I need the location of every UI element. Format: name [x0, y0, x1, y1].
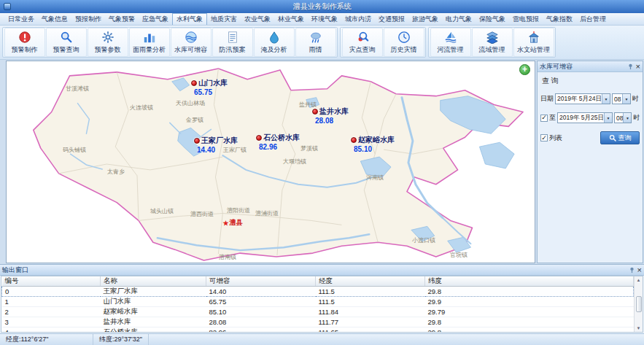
- pin-icon[interactable]: [629, 267, 635, 274]
- menu-tab-气象指数[interactable]: 气象指数: [543, 13, 576, 25]
- reservoir-capacity-value: 85.10: [354, 145, 395, 153]
- town-label: 澧南镇: [219, 253, 236, 261]
- reservoir-dot-icon: [256, 135, 262, 141]
- toolbar-button-reservoir-capacity[interactable]: 水库可增容: [171, 28, 212, 57]
- menu-tab-水利气象[interactable]: 水利气象: [172, 13, 207, 25]
- menu-tab-保险气象[interactable]: 保险气象: [476, 13, 509, 25]
- reservoir-query-panel: 水库可增容 × 查 询 日期 2019年 5月24日 ▼ 08 ▼: [537, 61, 643, 263]
- output-table-container: 编号名称可增容经度纬度 0王家厂水库14.40111.529.81山门水库65.…: [1, 276, 643, 333]
- toolbar-button-label: 河流管理: [438, 45, 464, 55]
- map-add-button[interactable]: +: [519, 64, 530, 75]
- table-cell: 石公桥水库: [101, 327, 206, 333]
- town-label: 码头铺镇: [63, 146, 86, 154]
- app-window: 澧县业务制作系统 日常业务气象信息预报制作气象预警应急气象水利气象地质灾害农业气…: [0, 0, 644, 345]
- toolbar-group: 河流管理流域管理水文站管理: [428, 27, 556, 58]
- scroll-up-icon[interactable]: ▲: [637, 277, 641, 283]
- reservoir-marker-石公桥水库[interactable]: 石公桥水库82.96: [256, 133, 300, 151]
- chevron-down-icon[interactable]: ▼: [602, 94, 610, 104]
- search-icon: [609, 134, 616, 142]
- start-date-picker[interactable]: 2019年 5月24日 ▼: [555, 93, 610, 104]
- table-cell: 85.10: [206, 307, 316, 317]
- town-label: 涔南镇: [366, 174, 384, 182]
- menu-tab-雷电预报[interactable]: 雷电预报: [509, 13, 543, 25]
- pin-icon[interactable]: [627, 63, 634, 70]
- menu-tab-日常业务[interactable]: 日常业务: [4, 13, 38, 25]
- reservoir-marker-王家厂水库[interactable]: 王家厂水库14.40: [194, 136, 238, 154]
- column-header-编号[interactable]: 编号: [2, 276, 101, 287]
- start-date-value: 2019年 5月24日: [557, 95, 602, 104]
- menu-tab-电力气象[interactable]: 电力气象: [442, 13, 476, 25]
- toolbar-button-river-manage[interactable]: 河流管理: [430, 28, 471, 57]
- status-longitude: 经度:112°6'27": [0, 334, 93, 345]
- chevron-down-icon[interactable]: ▼: [623, 113, 631, 123]
- menu-tab-环境气象[interactable]: 环境气象: [308, 13, 341, 25]
- reservoir-marker-赵家峪水库[interactable]: 赵家峪水库85.10: [351, 135, 395, 153]
- status-latitude: 纬度:29°37'32": [93, 334, 149, 345]
- toolbar: 预警制作预警查询预警参数面雨量分析水库可增容防汛预案淹及分析雨情灾点查询历史灾情…: [0, 26, 644, 60]
- toolbar-button-inundation-analysis[interactable]: 淹及分析: [254, 28, 295, 57]
- menu-tab-地质灾害[interactable]: 地质灾害: [207, 13, 241, 25]
- table-row[interactable]: 4石公桥水库82.96111.6529.8: [2, 327, 634, 333]
- toolbar-button-label: 水库可增容: [174, 45, 207, 55]
- scroll-down-icon[interactable]: ▼: [637, 325, 641, 331]
- menu-tab-气象信息[interactable]: 气象信息: [38, 13, 71, 25]
- toolbar-button-alert-params[interactable]: 预警参数: [88, 28, 128, 57]
- chevron-down-icon[interactable]: ▼: [604, 113, 612, 123]
- table-row[interactable]: 0王家厂水库14.40111.529.8: [2, 287, 634, 297]
- inundation-analysis-icon: [268, 31, 281, 44]
- toolbar-button-label: 灾点查询: [349, 45, 376, 55]
- menu-tab-城市内涝[interactable]: 城市内涝: [341, 13, 375, 25]
- map-area[interactable]: 甘溪滩镇火连坡镇天供山林场金罗镇盐井镇码头铺镇太青乡王家厂镇梦溪镇大堰垱镇涔南镇…: [6, 61, 535, 263]
- titlebar: 澧县业务制作系统: [0, 0, 644, 13]
- scroll-thumb[interactable]: [636, 296, 642, 312]
- date-label: 日期: [540, 94, 554, 104]
- column-header-名称[interactable]: 名称: [101, 276, 206, 287]
- toolbar-button-basin-manage[interactable]: 流域管理: [472, 28, 513, 57]
- table-row[interactable]: 2赵家峪水库85.10111.8429.79: [2, 307, 634, 317]
- table-cell: 28.08: [206, 317, 316, 327]
- list-checkbox[interactable]: ✓: [540, 134, 548, 142]
- menu-tab-旅游气象[interactable]: 旅游气象: [408, 13, 442, 25]
- menu-tab-预报制作[interactable]: 预报制作: [71, 13, 105, 25]
- end-date-checkbox[interactable]: ✓: [540, 115, 548, 122]
- toolbar-button-disaster-search[interactable]: 灾点查询: [342, 28, 383, 57]
- toolbar-button-label: 预警查询: [53, 45, 79, 55]
- toolbar-button-alert-make[interactable]: 预警制作: [4, 28, 45, 57]
- table-row[interactable]: 1山门水库65.75111.529.9: [2, 297, 634, 307]
- toolbar-button-history-disaster[interactable]: 历史灾情: [384, 28, 424, 57]
- toolbar-button-rain-analysis[interactable]: 面雨量分析: [129, 28, 170, 57]
- chevron-down-icon[interactable]: ▼: [622, 94, 630, 104]
- menu-tab-气象预警[interactable]: 气象预警: [105, 13, 139, 25]
- column-header-纬度[interactable]: 纬度: [425, 276, 634, 287]
- table-cell: 赵家峪水库: [101, 307, 206, 317]
- table-cell: 盐井水库: [101, 317, 206, 327]
- reservoir-marker-山门水库[interactable]: 山门水库65.75: [191, 78, 228, 96]
- column-header-经度[interactable]: 经度: [316, 276, 425, 287]
- menu-tab-后台管理[interactable]: 后台管理: [576, 13, 610, 25]
- reservoir-capacity-value: 28.08: [315, 117, 349, 125]
- table-cell: 111.5: [316, 297, 425, 307]
- toolbar-button-flood-plan[interactable]: 防汛预案: [212, 28, 253, 57]
- reservoir-dot-icon: [191, 80, 197, 86]
- query-section-title: 查 询: [542, 76, 640, 86]
- toolbar-button-rain-info[interactable]: 雨情: [295, 28, 336, 57]
- toolbar-button-alert-search[interactable]: 预警查询: [46, 28, 87, 57]
- reservoir-name: 盐井水库: [319, 106, 349, 117]
- end-hour-select[interactable]: 08 ▼: [614, 112, 632, 123]
- reservoir-marker-盐井水库[interactable]: 盐井水库28.08: [312, 106, 349, 125]
- menu-tab-林业气象[interactable]: 林业气象: [274, 13, 308, 25]
- menu-tab-应急气象[interactable]: 应急气象: [139, 13, 172, 25]
- close-icon[interactable]: ×: [636, 63, 640, 70]
- start-hour-select[interactable]: 08 ▼: [612, 93, 631, 104]
- query-button[interactable]: 查询: [600, 131, 640, 144]
- table-cell: 111.77: [316, 317, 425, 327]
- menu-tab-农业气象[interactable]: 农业气象: [241, 13, 274, 25]
- toolbar-button-hydro-station-manage[interactable]: 水文站管理: [513, 28, 554, 57]
- disaster-search-icon: [356, 31, 369, 44]
- column-header-可增容[interactable]: 可增容: [206, 276, 316, 287]
- vertical-scrollbar[interactable]: ▲ ▼: [634, 276, 643, 332]
- close-icon[interactable]: ×: [637, 267, 642, 274]
- menu-tab-交通预报[interactable]: 交通预报: [375, 13, 408, 25]
- end-date-picker[interactable]: 2019年 5月25日 ▼: [557, 112, 613, 123]
- table-row[interactable]: 3盐井水库28.08111.7729.8: [2, 317, 634, 327]
